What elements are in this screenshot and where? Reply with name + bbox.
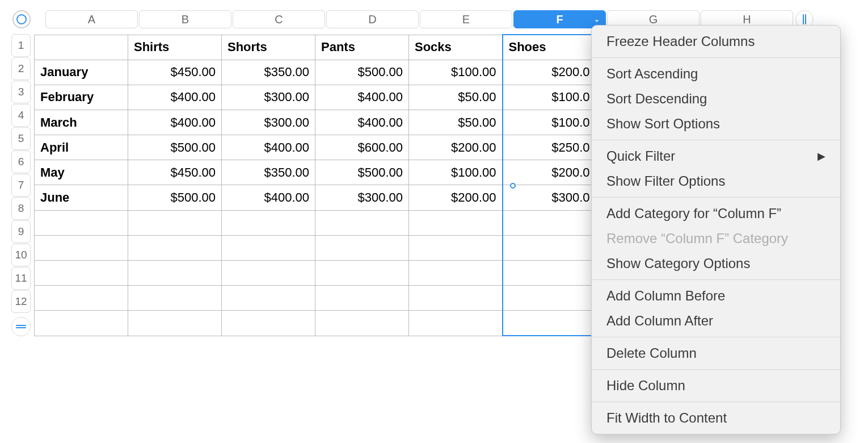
table-cell[interactable]: $200.00 xyxy=(409,185,503,210)
table-cell[interactable]: $200.0 xyxy=(503,60,596,85)
menu-item[interactable]: Add Category for “Column F” xyxy=(592,201,840,226)
table-cell[interactable] xyxy=(503,311,596,336)
table-cell[interactable] xyxy=(503,260,596,285)
table-cell[interactable] xyxy=(315,311,409,336)
table-cell[interactable] xyxy=(315,260,409,285)
table-cell[interactable]: $500.00 xyxy=(128,135,222,160)
row-label-cell[interactable]: January xyxy=(35,60,128,85)
table-cell[interactable] xyxy=(315,286,409,311)
column-header-f[interactable]: F⌄ xyxy=(513,10,606,28)
row-label-cell[interactable]: March xyxy=(35,110,128,135)
row-label-cell[interactable]: May xyxy=(35,160,128,185)
row-header-2[interactable]: 2 xyxy=(11,57,31,80)
table-cell[interactable] xyxy=(128,311,222,336)
menu-item[interactable]: Quick Filter▶ xyxy=(592,144,840,169)
row-label-cell[interactable]: April xyxy=(35,135,128,160)
row-header-6[interactable]: 6 xyxy=(11,151,31,173)
table-cell[interactable]: $100.00 xyxy=(409,60,503,85)
table-cell[interactable] xyxy=(128,235,222,260)
table-cell[interactable] xyxy=(128,210,222,235)
row-header-3[interactable]: 3 xyxy=(11,81,31,103)
table-cell[interactable] xyxy=(128,260,222,285)
table-cell[interactable] xyxy=(315,210,409,235)
table-cell[interactable]: $450.00 xyxy=(128,60,222,85)
row-header-5[interactable]: 5 xyxy=(11,127,31,150)
row-header-11[interactable]: 11 xyxy=(11,267,31,290)
row-header-8[interactable]: 8 xyxy=(11,197,31,220)
table-cell[interactable]: $100.0 xyxy=(503,85,596,110)
row-header-1[interactable]: 1 xyxy=(11,34,31,57)
row-header-7[interactable]: 7 xyxy=(11,174,31,197)
table-cell[interactable] xyxy=(409,286,503,311)
table-cell[interactable]: $500.00 xyxy=(315,160,409,185)
menu-item[interactable]: Sort Descending xyxy=(592,86,840,111)
table-cell[interactable] xyxy=(222,311,315,336)
table-cell[interactable]: $350.00 xyxy=(222,60,315,85)
table-cell[interactable] xyxy=(35,260,128,285)
table-cell[interactable] xyxy=(35,311,128,336)
table-header-cell[interactable]: Shoes xyxy=(503,35,596,60)
table-header-cell[interactable]: Shirts xyxy=(128,35,222,60)
row-header-12[interactable]: 12 xyxy=(11,290,31,313)
menu-item[interactable]: Add Column After xyxy=(592,308,840,333)
table-cell[interactable]: $100.00 xyxy=(409,160,503,185)
menu-item[interactable]: Add Column Before xyxy=(592,283,840,308)
table-cell[interactable]: $350.00 xyxy=(222,160,315,185)
table-cell[interactable]: $400.00 xyxy=(222,185,315,210)
column-header-b[interactable]: B xyxy=(139,10,231,28)
table-cell[interactable] xyxy=(503,210,596,235)
table-cell[interactable] xyxy=(35,286,128,311)
table-cell[interactable]: $50.00 xyxy=(409,110,503,135)
table-header-cell[interactable]: Pants xyxy=(315,35,409,60)
table-cell[interactable] xyxy=(409,235,503,260)
table-cell[interactable]: $100.0 xyxy=(503,110,596,135)
table-cell[interactable]: $500.00 xyxy=(128,185,222,210)
table-header-cell[interactable] xyxy=(35,35,128,60)
column-header-a[interactable]: A xyxy=(45,10,138,28)
table-cell[interactable] xyxy=(222,210,315,235)
menu-item[interactable]: Show Sort Options xyxy=(592,111,840,136)
table-cell[interactable] xyxy=(222,286,315,311)
table-header-cell[interactable]: Socks xyxy=(409,35,503,60)
table-cell[interactable]: $400.00 xyxy=(128,85,222,110)
chevron-down-icon[interactable]: ⌄ xyxy=(594,15,600,23)
table-cell[interactable] xyxy=(409,311,503,336)
menu-item[interactable]: Freeze Header Columns xyxy=(592,29,840,54)
row-label-cell[interactable]: February xyxy=(35,85,128,110)
table-cell[interactable]: $450.00 xyxy=(128,160,222,185)
table-cell[interactable]: $300.00 xyxy=(222,110,315,135)
table-cell[interactable]: $500.00 xyxy=(315,60,409,85)
row-label-cell[interactable]: June xyxy=(35,185,128,210)
menu-item[interactable]: Sort Ascending xyxy=(592,61,840,86)
table-cell[interactable]: $300.00 xyxy=(222,85,315,110)
table-cell[interactable]: $400.00 xyxy=(128,110,222,135)
menu-item[interactable]: Fit Width to Content xyxy=(592,406,840,431)
table-cell[interactable]: $600.00 xyxy=(315,135,409,160)
table-cell[interactable]: $400.00 xyxy=(222,135,315,160)
table-cell[interactable] xyxy=(35,210,128,235)
row-header-9[interactable]: 9 xyxy=(11,220,31,243)
table-cell[interactable]: $300.0 xyxy=(503,185,596,210)
menu-item[interactable]: Show Filter Options xyxy=(592,169,840,194)
table-cell[interactable] xyxy=(315,235,409,260)
table-cell[interactable] xyxy=(222,235,315,260)
table-cell[interactable] xyxy=(503,286,596,311)
menu-item[interactable]: Hide Column xyxy=(592,373,840,398)
table-cell[interactable] xyxy=(409,260,503,285)
table-cell[interactable]: $50.00 xyxy=(409,85,503,110)
selection-handle[interactable] xyxy=(510,183,516,189)
table-cell[interactable] xyxy=(409,210,503,235)
table-cell[interactable] xyxy=(35,235,128,260)
table-cell[interactable]: $400.00 xyxy=(315,85,409,110)
add-row-handle[interactable] xyxy=(11,317,31,336)
table-cell[interactable]: $200.00 xyxy=(409,135,503,160)
table-cell[interactable]: $200.0 xyxy=(503,160,596,185)
table-cell[interactable] xyxy=(128,286,222,311)
column-header-c[interactable]: C xyxy=(233,10,325,28)
column-header-e[interactable]: E xyxy=(420,10,512,28)
table-cell[interactable]: $300.00 xyxy=(315,185,409,210)
table-cell[interactable]: $250.0 xyxy=(503,135,596,160)
column-header-d[interactable]: D xyxy=(326,10,419,28)
menu-item[interactable]: Delete Column xyxy=(592,341,840,366)
table-cell[interactable] xyxy=(503,235,596,260)
